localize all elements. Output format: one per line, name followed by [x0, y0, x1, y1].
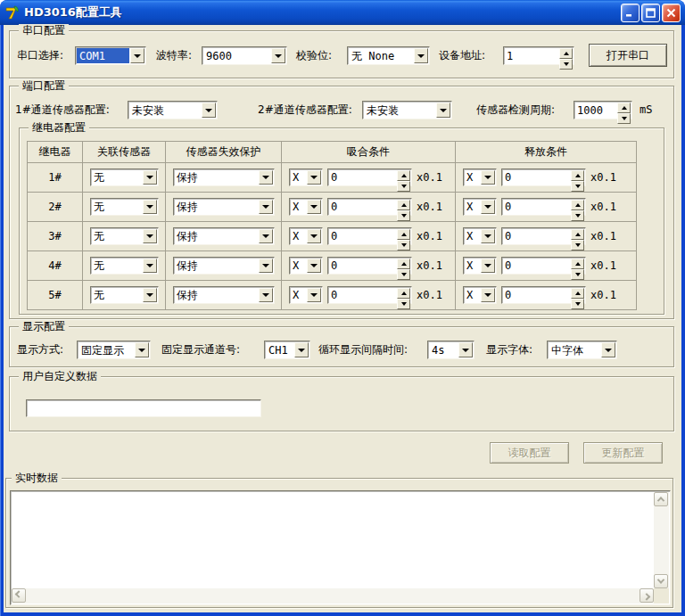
pullin-value-stepper[interactable]: 0 — [327, 257, 412, 275]
pullin-value-stepper[interactable]: 0 — [327, 286, 412, 304]
release-operator-select[interactable]: X — [463, 257, 497, 275]
spin-up-icon[interactable] — [571, 288, 584, 299]
relay-sensor-select[interactable]: 无 — [90, 257, 159, 275]
chevron-down-icon[interactable] — [135, 342, 149, 357]
relay-failsafe-select[interactable]: 保持 — [173, 286, 275, 304]
release-value-stepper[interactable]: 0 — [501, 168, 586, 186]
pullin-operator-select[interactable]: X — [289, 198, 323, 216]
chevron-down-icon[interactable] — [601, 342, 615, 357]
spin-down-icon[interactable] — [397, 269, 410, 280]
relay-sensor-select[interactable]: 无 — [90, 286, 159, 304]
relay-failsafe-select[interactable]: 保持 — [173, 168, 275, 186]
detect-period-stepper[interactable]: 1000 — [574, 101, 632, 119]
spin-down-icon[interactable] — [571, 210, 584, 221]
chevron-down-icon[interactable] — [202, 103, 216, 118]
spin-up-icon[interactable] — [617, 103, 631, 113]
display-font-select[interactable]: 中字体 — [547, 341, 617, 359]
spin-down-icon[interactable] — [559, 59, 573, 70]
release-value-stepper[interactable]: 0 — [501, 286, 586, 304]
chevron-down-icon[interactable] — [307, 200, 321, 214]
update-config-button[interactable]: 更新配置 — [583, 442, 663, 464]
relay-sensor-select[interactable]: 无 — [90, 227, 159, 245]
spin-down-icon[interactable] — [397, 181, 410, 192]
spin-down-icon[interactable] — [571, 299, 584, 309]
chevron-down-icon[interactable] — [143, 200, 157, 214]
relay-sensor-select[interactable]: 无 — [90, 168, 159, 186]
horizontal-scrollbar[interactable] — [12, 588, 654, 604]
relay-failsafe-select[interactable]: 保持 — [173, 257, 275, 275]
spin-up-icon[interactable] — [571, 229, 584, 240]
spin-up-icon[interactable] — [571, 170, 584, 181]
scroll-up-icon[interactable] — [654, 492, 668, 506]
release-value-stepper[interactable]: 0 — [501, 257, 586, 275]
chevron-down-icon[interactable] — [143, 288, 157, 302]
release-value-stepper[interactable]: 0 — [501, 198, 586, 216]
spin-up-icon[interactable] — [571, 259, 584, 269]
chevron-down-icon[interactable] — [271, 48, 285, 63]
spin-up-icon[interactable] — [397, 259, 410, 269]
chevron-down-icon[interactable] — [436, 103, 450, 118]
pullin-operator-select[interactable]: X — [289, 168, 323, 186]
vertical-scrollbar[interactable] — [654, 492, 669, 588]
spin-up-icon[interactable] — [397, 288, 410, 299]
chevron-down-icon[interactable] — [259, 259, 273, 273]
spin-down-icon[interactable] — [571, 269, 584, 280]
cycle-interval-select[interactable]: 4s — [427, 341, 475, 359]
chevron-down-icon[interactable] — [481, 200, 495, 214]
chevron-down-icon[interactable] — [307, 259, 321, 273]
release-operator-select[interactable]: X — [463, 227, 497, 245]
spin-up-icon[interactable] — [571, 200, 584, 210]
pullin-value-stepper[interactable]: 0 — [327, 227, 412, 245]
fixed-channel-select[interactable]: CH1 — [264, 341, 310, 359]
read-config-button[interactable]: 读取配置 — [490, 442, 569, 464]
spin-down-icon[interactable] — [397, 299, 410, 309]
spin-up-icon[interactable] — [397, 170, 410, 181]
chevron-down-icon[interactable] — [294, 342, 309, 357]
user-data-input[interactable] — [26, 399, 261, 417]
minimize-button[interactable] — [621, 4, 640, 22]
parity-select[interactable]: 无 None — [347, 46, 430, 65]
chevron-down-icon[interactable] — [259, 229, 273, 243]
spin-down-icon[interactable] — [617, 113, 631, 124]
spin-down-icon[interactable] — [397, 210, 410, 221]
release-operator-select[interactable]: X — [463, 198, 497, 216]
open-serial-button[interactable]: 打开串口 — [589, 44, 667, 67]
chevron-down-icon[interactable] — [481, 170, 495, 185]
relay-failsafe-select[interactable]: 保持 — [173, 227, 275, 245]
release-value-stepper[interactable]: 0 — [501, 227, 586, 245]
chevron-down-icon[interactable] — [481, 229, 495, 243]
pullin-operator-select[interactable]: X — [289, 286, 323, 304]
scroll-left-icon[interactable] — [12, 588, 26, 603]
release-operator-select[interactable]: X — [463, 168, 497, 186]
title-bar[interactable]: HD3016配置工具 — [0, 0, 685, 25]
chevron-down-icon[interactable] — [307, 170, 321, 185]
maximize-button[interactable] — [641, 4, 660, 22]
scroll-right-icon[interactable] — [640, 588, 654, 603]
chevron-down-icon[interactable] — [259, 288, 273, 302]
pullin-value-stepper[interactable]: 0 — [327, 168, 412, 186]
spin-down-icon[interactable] — [571, 240, 584, 251]
spin-down-icon[interactable] — [397, 240, 410, 251]
close-button[interactable] — [662, 4, 681, 22]
chevron-down-icon[interactable] — [307, 229, 321, 243]
release-operator-select[interactable]: X — [463, 286, 497, 304]
chevron-down-icon[interactable] — [481, 259, 495, 273]
pullin-operator-select[interactable]: X — [289, 227, 323, 245]
chevron-down-icon[interactable] — [259, 170, 273, 185]
spin-up-icon[interactable] — [397, 200, 410, 210]
chevron-down-icon[interactable] — [458, 342, 473, 357]
chevron-down-icon[interactable] — [143, 170, 157, 185]
spin-up-icon[interactable] — [397, 229, 410, 240]
pullin-value-stepper[interactable]: 0 — [327, 198, 412, 216]
spin-up-icon[interactable] — [559, 48, 573, 59]
serial-port-select[interactable]: COM1 — [75, 46, 146, 65]
spin-down-icon[interactable] — [571, 181, 584, 192]
baud-select[interactable]: 9600 — [202, 46, 287, 65]
scroll-down-icon[interactable] — [654, 574, 668, 588]
chevron-down-icon[interactable] — [130, 48, 144, 63]
realtime-data-textarea[interactable] — [10, 490, 671, 605]
chevron-down-icon[interactable] — [307, 288, 321, 302]
pullin-operator-select[interactable]: X — [289, 257, 323, 275]
chevron-down-icon[interactable] — [143, 229, 157, 243]
device-address-stepper[interactable]: 1 — [503, 46, 574, 65]
